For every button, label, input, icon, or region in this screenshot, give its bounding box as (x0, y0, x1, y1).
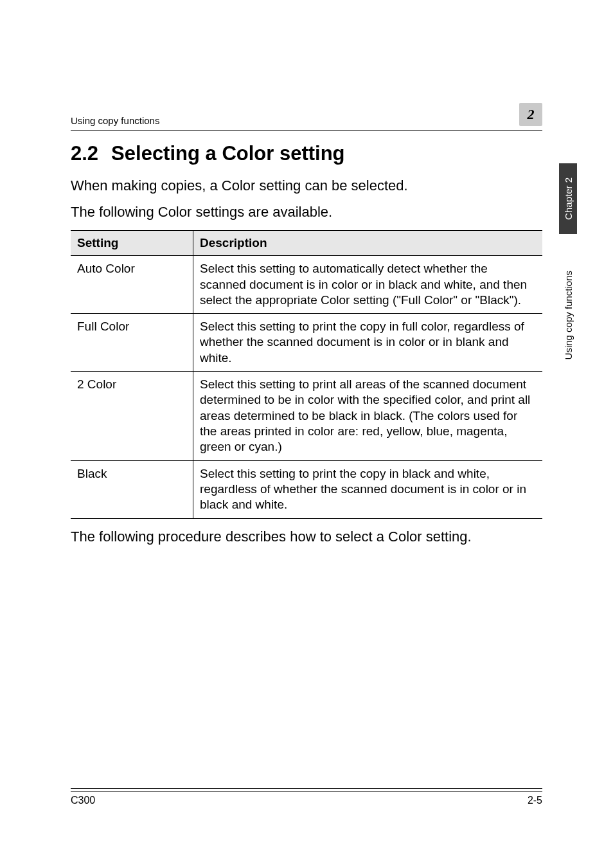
table-row: Full Color Select this setting to print … (71, 314, 542, 372)
table-header-description: Description (193, 231, 543, 256)
running-head: Using copy functions 2 (71, 103, 542, 131)
table-cell-description: Select this setting to automatically det… (193, 256, 543, 314)
intro-paragraph-2: The following Color settings are availab… (71, 203, 542, 222)
table-cell-description: Select this setting to print the copy in… (193, 460, 543, 518)
table-header-setting: Setting (71, 231, 193, 256)
table-row: Black Select this setting to print the c… (71, 460, 542, 518)
running-head-left: Using copy functions (71, 115, 159, 126)
table-cell-description: Select this setting to print all areas o… (193, 372, 543, 461)
table-cell-setting: Full Color (71, 314, 193, 372)
section-number: 2.2 (71, 142, 98, 165)
side-tab-section: Using copy functions (559, 244, 577, 386)
table-header-row: Setting Description (71, 231, 542, 256)
page-footer: C300 2-5 (71, 791, 542, 806)
after-table-paragraph: The following procedure describes how to… (71, 528, 542, 547)
side-tab-chapter: Chapter 2 (559, 163, 577, 234)
section-heading: 2.2Selecting a Color setting (71, 142, 542, 165)
table-row: Auto Color Select this setting to automa… (71, 256, 542, 314)
table-cell-description: Select this setting to print the copy in… (193, 314, 543, 372)
side-tab-section-label: Using copy functions (560, 264, 576, 366)
page-container: Using copy functions 2 2.2Selecting a Co… (0, 0, 613, 868)
table-cell-setting: Auto Color (71, 256, 193, 314)
section-title-text: Selecting a Color setting (111, 142, 344, 165)
table-cell-setting: 2 Color (71, 372, 193, 461)
settings-table: Setting Description Auto Color Select th… (71, 230, 542, 518)
footer-right: 2-5 (528, 795, 542, 806)
footer-left: C300 (71, 795, 95, 806)
chapter-number-box: 2 (519, 103, 542, 126)
intro-paragraph-1: When making copies, a Color setting can … (71, 177, 542, 195)
table-cell-setting: Black (71, 460, 193, 518)
table-row: 2 Color Select this setting to print all… (71, 372, 542, 461)
footer-rule (71, 788, 542, 789)
side-tab-chapter-label: Chapter 2 (560, 171, 576, 226)
